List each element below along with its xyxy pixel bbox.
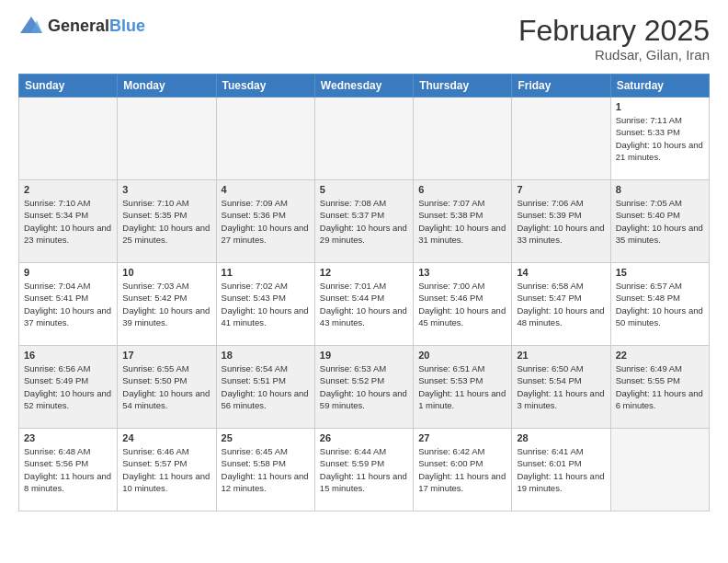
calendar-day-cell: 15Sunrise: 6:57 AM Sunset: 5:48 PM Dayli… [610, 263, 709, 346]
day-number: 10 [122, 267, 210, 278]
weekday-header: Monday [118, 75, 216, 98]
logo-general: General [48, 17, 109, 35]
calendar-day-cell: 2Sunrise: 7:10 AM Sunset: 5:34 PM Daylig… [19, 180, 118, 263]
day-info: Sunrise: 6:50 AM Sunset: 5:54 PM Dayligh… [517, 362, 605, 411]
calendar-day-cell: 10Sunrise: 7:03 AM Sunset: 5:42 PM Dayli… [118, 263, 216, 346]
day-info: Sunrise: 6:58 AM Sunset: 5:47 PM Dayligh… [517, 280, 605, 328]
day-info: Sunrise: 6:53 AM Sunset: 5:52 PM Dayligh… [320, 362, 408, 411]
calendar-day-cell [216, 98, 314, 180]
calendar-day-cell: 12Sunrise: 7:01 AM Sunset: 5:44 PM Dayli… [314, 263, 413, 346]
calendar-day-cell [512, 98, 610, 180]
calendar-day-cell: 16Sunrise: 6:56 AM Sunset: 5:49 PM Dayli… [19, 346, 118, 429]
day-number: 8 [616, 184, 704, 195]
calendar-week-row: 23Sunrise: 6:48 AM Sunset: 5:56 PM Dayli… [19, 429, 710, 511]
calendar-day-cell [314, 98, 413, 180]
calendar-day-cell: 27Sunrise: 6:42 AM Sunset: 6:00 PM Dayli… [414, 429, 512, 511]
calendar-day-cell: 19Sunrise: 6:53 AM Sunset: 5:52 PM Dayli… [314, 346, 413, 429]
calendar-day-cell: 22Sunrise: 6:49 AM Sunset: 5:55 PM Dayli… [610, 346, 709, 429]
day-number: 18 [222, 350, 310, 361]
calendar-day-cell [19, 98, 118, 180]
day-number: 26 [320, 432, 408, 443]
day-number: 9 [24, 267, 112, 278]
calendar-day-cell: 25Sunrise: 6:45 AM Sunset: 5:58 PM Dayli… [216, 429, 314, 511]
day-info: Sunrise: 7:04 AM Sunset: 5:41 PM Dayligh… [24, 280, 112, 328]
calendar-day-cell: 24Sunrise: 6:46 AM Sunset: 5:57 PM Dayli… [118, 429, 216, 511]
day-number: 28 [517, 432, 605, 443]
day-info: Sunrise: 6:54 AM Sunset: 5:51 PM Dayligh… [222, 362, 310, 411]
day-number: 3 [122, 184, 210, 195]
logo-text: GeneralBlue [48, 17, 145, 35]
calendar-day-cell: 13Sunrise: 7:00 AM Sunset: 5:46 PM Dayli… [414, 263, 512, 346]
day-info: Sunrise: 7:08 AM Sunset: 5:37 PM Dayligh… [320, 197, 408, 246]
calendar-day-cell: 5Sunrise: 7:08 AM Sunset: 5:37 PM Daylig… [314, 180, 413, 263]
day-info: Sunrise: 6:57 AM Sunset: 5:48 PM Dayligh… [616, 280, 704, 328]
day-info: Sunrise: 7:06 AM Sunset: 5:39 PM Dayligh… [517, 197, 605, 246]
day-number: 21 [517, 350, 605, 361]
day-info: Sunrise: 6:45 AM Sunset: 5:58 PM Dayligh… [222, 445, 310, 494]
calendar-day-cell [118, 98, 216, 180]
calendar-day-cell: 28Sunrise: 6:41 AM Sunset: 6:01 PM Dayli… [512, 429, 610, 511]
calendar-day-cell: 26Sunrise: 6:44 AM Sunset: 5:59 PM Dayli… [314, 429, 413, 511]
day-number: 13 [418, 267, 506, 278]
day-number: 6 [418, 184, 506, 195]
weekday-header: Tuesday [216, 75, 314, 98]
day-number: 4 [222, 184, 310, 195]
logo-icon [18, 15, 44, 37]
calendar-day-cell: 7Sunrise: 7:06 AM Sunset: 5:39 PM Daylig… [512, 180, 610, 263]
calendar-day-cell: 3Sunrise: 7:10 AM Sunset: 5:35 PM Daylig… [118, 180, 216, 263]
day-number: 23 [24, 432, 112, 443]
day-info: Sunrise: 7:02 AM Sunset: 5:43 PM Dayligh… [222, 280, 310, 328]
day-number: 5 [320, 184, 408, 195]
calendar-table: SundayMondayTuesdayWednesdayThursdayFrid… [18, 74, 710, 511]
weekday-header: Wednesday [314, 75, 413, 98]
weekday-header: Saturday [610, 75, 709, 98]
calendar-day-cell: 17Sunrise: 6:55 AM Sunset: 5:50 PM Dayli… [118, 346, 216, 429]
calendar-day-cell: 20Sunrise: 6:51 AM Sunset: 5:53 PM Dayli… [414, 346, 512, 429]
day-number: 16 [24, 350, 112, 361]
calendar-day-cell: 6Sunrise: 7:07 AM Sunset: 5:38 PM Daylig… [414, 180, 512, 263]
calendar-day-cell: 18Sunrise: 6:54 AM Sunset: 5:51 PM Dayli… [216, 346, 314, 429]
calendar-week-row: 16Sunrise: 6:56 AM Sunset: 5:49 PM Dayli… [19, 346, 710, 429]
day-info: Sunrise: 6:55 AM Sunset: 5:50 PM Dayligh… [122, 362, 210, 411]
logo: GeneralBlue [18, 15, 145, 37]
day-info: Sunrise: 6:42 AM Sunset: 6:00 PM Dayligh… [418, 445, 506, 494]
day-info: Sunrise: 7:00 AM Sunset: 5:46 PM Dayligh… [418, 280, 506, 328]
day-number: 14 [517, 267, 605, 278]
day-number: 15 [616, 267, 704, 278]
day-info: Sunrise: 7:07 AM Sunset: 5:38 PM Dayligh… [418, 197, 506, 246]
calendar-day-cell: 14Sunrise: 6:58 AM Sunset: 5:47 PM Dayli… [512, 263, 610, 346]
day-number: 19 [320, 350, 408, 361]
day-number: 24 [122, 432, 210, 443]
day-info: Sunrise: 6:51 AM Sunset: 5:53 PM Dayligh… [418, 362, 506, 411]
weekday-header: Friday [512, 75, 610, 98]
calendar-day-cell [414, 98, 512, 180]
day-info: Sunrise: 6:48 AM Sunset: 5:56 PM Dayligh… [24, 445, 112, 494]
calendar-day-cell: 1Sunrise: 7:11 AM Sunset: 5:33 PM Daylig… [610, 98, 709, 180]
page: GeneralBlue February 2025 Rudsar, Gilan,… [0, 0, 728, 521]
calendar-day-cell: 4Sunrise: 7:09 AM Sunset: 5:36 PM Daylig… [216, 180, 314, 263]
day-number: 17 [122, 350, 210, 361]
calendar-header-row: SundayMondayTuesdayWednesdayThursdayFrid… [19, 75, 710, 98]
day-info: Sunrise: 7:09 AM Sunset: 5:36 PM Dayligh… [222, 197, 310, 246]
day-number: 25 [222, 432, 310, 443]
day-number: 2 [24, 184, 112, 195]
weekday-header: Thursday [414, 75, 512, 98]
day-info: Sunrise: 7:11 AM Sunset: 5:33 PM Dayligh… [616, 114, 704, 163]
day-info: Sunrise: 6:46 AM Sunset: 5:57 PM Dayligh… [122, 445, 210, 494]
calendar-day-cell: 23Sunrise: 6:48 AM Sunset: 5:56 PM Dayli… [19, 429, 118, 511]
calendar-day-cell [610, 429, 709, 511]
day-info: Sunrise: 7:05 AM Sunset: 5:40 PM Dayligh… [616, 197, 704, 246]
day-info: Sunrise: 6:41 AM Sunset: 6:01 PM Dayligh… [517, 445, 605, 494]
page-subtitle: Rudsar, Gilan, Iran [518, 47, 710, 63]
calendar-week-row: 2Sunrise: 7:10 AM Sunset: 5:34 PM Daylig… [19, 180, 710, 263]
day-number: 1 [616, 101, 704, 112]
header: GeneralBlue February 2025 Rudsar, Gilan,… [18, 15, 710, 63]
calendar-week-row: 9Sunrise: 7:04 AM Sunset: 5:41 PM Daylig… [19, 263, 710, 346]
day-number: 12 [320, 267, 408, 278]
calendar-week-row: 1Sunrise: 7:11 AM Sunset: 5:33 PM Daylig… [19, 98, 710, 180]
calendar-day-cell: 21Sunrise: 6:50 AM Sunset: 5:54 PM Dayli… [512, 346, 610, 429]
day-info: Sunrise: 7:03 AM Sunset: 5:42 PM Dayligh… [122, 280, 210, 328]
weekday-header: Sunday [19, 75, 118, 98]
calendar-day-cell: 8Sunrise: 7:05 AM Sunset: 5:40 PM Daylig… [610, 180, 709, 263]
day-number: 22 [616, 350, 704, 361]
